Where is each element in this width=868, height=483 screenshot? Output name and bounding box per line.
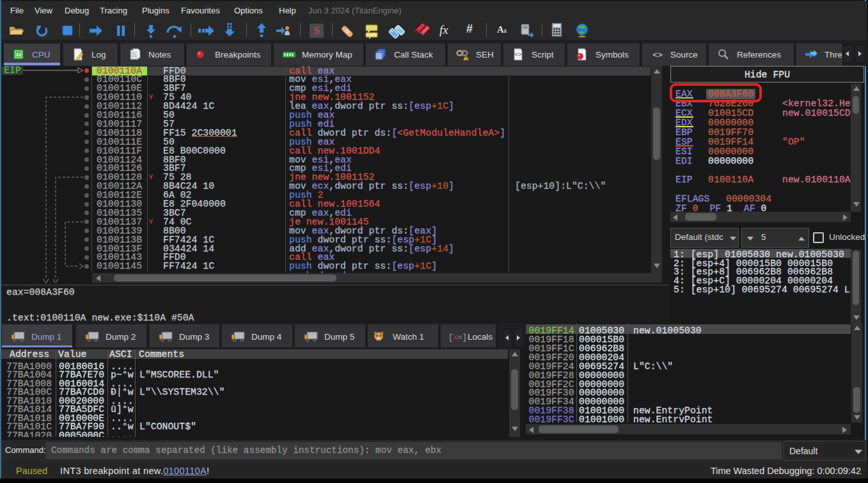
svg-text:<>: <> bbox=[515, 52, 522, 58]
svg-text:!: ! bbox=[465, 56, 466, 60]
svg-text:<>: <> bbox=[652, 51, 663, 60]
svg-text:32: 32 bbox=[16, 52, 22, 58]
